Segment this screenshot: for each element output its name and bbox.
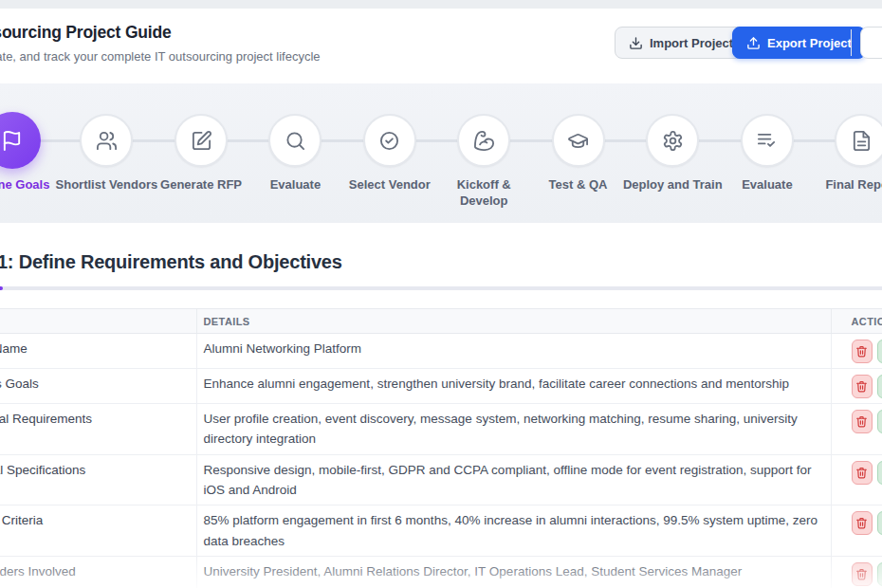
progress-bar bbox=[0, 286, 882, 290]
step-label: Test & QA bbox=[549, 177, 608, 193]
trash-icon bbox=[855, 345, 868, 358]
check-circle-icon bbox=[378, 130, 400, 152]
row-field-label: Functional Requirements bbox=[0, 404, 196, 455]
import-project-button[interactable]: Import Project bbox=[615, 27, 747, 59]
row-field-label: Success Criteria bbox=[0, 505, 196, 557]
step-circle-evaluate-1[interactable] bbox=[268, 114, 322, 167]
delete-row-button[interactable] bbox=[852, 461, 873, 485]
edit-row-button[interactable] bbox=[877, 461, 882, 485]
row-details: User profile creation, event discovery, … bbox=[196, 404, 831, 455]
trash-icon bbox=[855, 415, 868, 428]
stepper-steps: Define Goals Shortlist Vendors Generate … bbox=[0, 83, 882, 210]
file-text-icon bbox=[851, 130, 873, 152]
graduation-cap-icon bbox=[567, 130, 589, 152]
page-header: IT Outsourcing Project Guide Plan, creat… bbox=[0, 9, 882, 83]
table-row-success-criteria: Success Criteria 85% platform engagement… bbox=[0, 505, 882, 557]
step-content: Step 1: Define Requirements and Objectiv… bbox=[0, 223, 882, 588]
trash-icon bbox=[855, 380, 868, 393]
step-deploy-train: Deploy and Train bbox=[625, 114, 720, 210]
app-window: IT Outsourcing Project Guide Plan, creat… bbox=[0, 0, 882, 588]
delete-row-button[interactable] bbox=[852, 562, 873, 586]
edit-row-button[interactable] bbox=[877, 562, 882, 586]
row-details: 85% platform engagement in first 6 month… bbox=[196, 505, 831, 557]
step-circle-final-report[interactable] bbox=[835, 114, 882, 167]
page-title: IT Outsourcing Project Guide bbox=[0, 23, 171, 43]
flag-icon bbox=[1, 130, 23, 152]
download-icon bbox=[629, 36, 643, 50]
step-circle-generate-rfp[interactable] bbox=[175, 114, 228, 167]
top-strip bbox=[0, 0, 882, 9]
users-icon bbox=[96, 130, 118, 152]
step-circle-kickoff-develop[interactable] bbox=[457, 114, 510, 167]
step-evaluate-2: Evaluate bbox=[720, 114, 814, 210]
export-project-label: Export Project bbox=[767, 36, 852, 50]
step-generate-rfp: Generate RFP bbox=[154, 114, 248, 210]
step-label: Define Goals bbox=[0, 177, 49, 193]
row-field-label: Business Goals bbox=[0, 369, 196, 404]
row-field-label: Stakeholders Involved bbox=[0, 556, 196, 588]
gear-icon bbox=[662, 130, 684, 152]
step-circle-select-vendor[interactable] bbox=[363, 114, 416, 167]
search-icon bbox=[285, 130, 306, 152]
step-label: Final Report bbox=[825, 177, 882, 193]
table-row-business-goals: Business Goals Enhance alumni engagement… bbox=[0, 369, 882, 404]
delete-row-button[interactable] bbox=[852, 340, 873, 363]
column-header-actions: Actions bbox=[831, 309, 882, 334]
step-final-report: Final Report bbox=[815, 114, 882, 210]
delete-row-button[interactable] bbox=[852, 511, 873, 535]
header-divider bbox=[851, 29, 852, 56]
edit-row-button[interactable] bbox=[877, 340, 882, 363]
step-label: Select Vendor bbox=[349, 177, 431, 193]
step-shortlist-vendors: Shortlist Vendors bbox=[59, 114, 154, 210]
trash-icon bbox=[855, 517, 868, 529]
header-extra-button[interactable] bbox=[860, 27, 882, 59]
step-label: Kickoff & Develop bbox=[449, 177, 519, 210]
step-select-vendor: Select Vendor bbox=[342, 114, 436, 210]
table-row-project-name: Project Name Alumni Networking Platform bbox=[0, 334, 882, 369]
table-header-row: Details Actions bbox=[0, 309, 882, 334]
page-subtitle: Plan, create, and track your complete IT… bbox=[0, 49, 321, 64]
step-label: Evaluate bbox=[742, 177, 792, 193]
requirements-table: Details Actions Project Name Alumni Netw… bbox=[0, 308, 882, 588]
step-circle-test-qa[interactable] bbox=[552, 114, 605, 167]
step-circle-evaluate-2[interactable] bbox=[741, 114, 794, 167]
table-row-functional-requirements: Functional Requirements User profile cre… bbox=[0, 404, 882, 455]
progress-bar-fill bbox=[0, 286, 3, 290]
list-check-icon bbox=[756, 130, 778, 152]
project-stepper: Define Goals Shortlist Vendors Generate … bbox=[0, 83, 882, 223]
export-project-button[interactable]: Export Project bbox=[732, 27, 866, 59]
step-label: Shortlist Vendors bbox=[56, 177, 158, 193]
step-label: Evaluate bbox=[270, 177, 321, 193]
step-label: Generate RFP bbox=[160, 177, 242, 193]
edit-row-button[interactable] bbox=[877, 375, 882, 398]
upload-icon bbox=[746, 36, 761, 50]
trash-icon bbox=[855, 467, 868, 479]
delete-row-button[interactable] bbox=[852, 410, 873, 433]
edit-row-button[interactable] bbox=[877, 511, 882, 535]
step-circle-shortlist-vendors[interactable] bbox=[80, 114, 133, 167]
row-details: Alumni Networking Platform bbox=[196, 334, 831, 369]
square-pen-icon bbox=[191, 130, 212, 152]
column-header-details: Details bbox=[196, 309, 831, 334]
row-details: Enhance alumni engagement, strengthen un… bbox=[196, 369, 831, 404]
column-header-field bbox=[0, 309, 196, 334]
import-project-label: Import Project bbox=[650, 36, 733, 50]
step-test-qa: Test & QA bbox=[531, 114, 625, 210]
step-label: Deploy and Train bbox=[623, 177, 723, 193]
row-details: Responsive design, mobile-first, GDPR an… bbox=[196, 454, 831, 505]
row-field-label: Technical Specifications bbox=[0, 454, 196, 505]
biceps-icon bbox=[473, 130, 495, 152]
step-evaluate-1: Evaluate bbox=[248, 114, 342, 210]
page-viewport: IT Outsourcing Project Guide Plan, creat… bbox=[0, 0, 882, 588]
row-details: University President, Alumni Relations D… bbox=[196, 556, 831, 588]
step-define-goals: Define Goals bbox=[0, 114, 59, 210]
row-field-label: Project Name bbox=[0, 334, 196, 369]
trash-icon bbox=[855, 568, 868, 580]
section-heading: Step 1: Define Requirements and Objectiv… bbox=[0, 251, 882, 273]
delete-row-button[interactable] bbox=[852, 375, 873, 398]
table-row-stakeholders-involved: Stakeholders Involved University Preside… bbox=[0, 556, 882, 588]
edit-row-button[interactable] bbox=[877, 410, 882, 433]
step-kickoff-develop: Kickoff & Develop bbox=[437, 114, 531, 210]
step-circle-deploy-train[interactable] bbox=[646, 114, 699, 167]
step-circle-define-goals[interactable] bbox=[0, 112, 41, 169]
